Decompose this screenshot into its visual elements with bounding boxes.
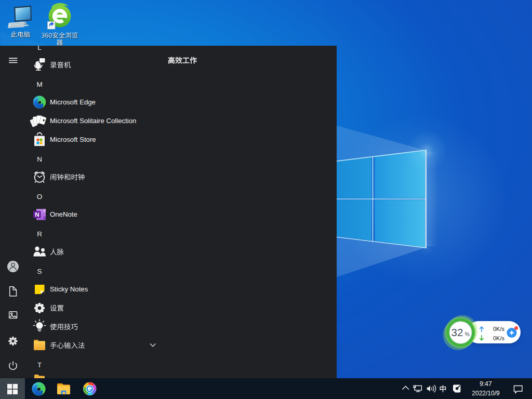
svg-text:N: N bbox=[35, 211, 39, 218]
svg-text:32: 32 bbox=[451, 326, 463, 338]
svg-text:0K/s: 0K/s bbox=[493, 326, 505, 332]
svg-text:%: % bbox=[465, 331, 470, 337]
svg-text:0K/s: 0K/s bbox=[493, 335, 505, 341]
